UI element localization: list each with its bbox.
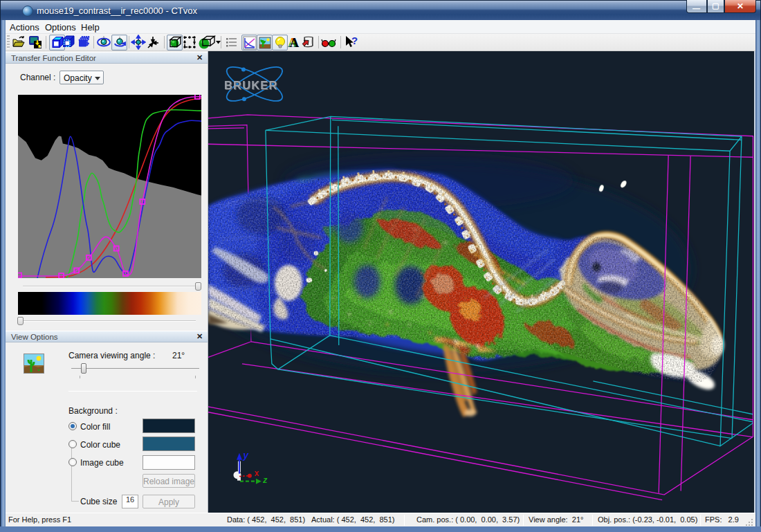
svg-text:A: A [290, 35, 300, 50]
svg-text:x: x [255, 468, 259, 478]
svg-text:?: ? [351, 35, 358, 46]
svg-text:z: z [262, 475, 268, 485]
svg-text:y: y [242, 450, 249, 461]
svg-text:BRUKER: BRUKER [224, 79, 278, 91]
